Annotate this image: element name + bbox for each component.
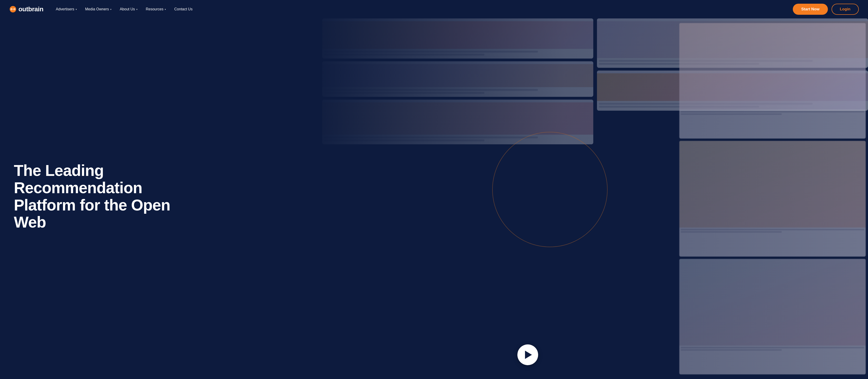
svg-point-4 xyxy=(14,9,15,10)
play-button[interactable] xyxy=(517,344,538,365)
outbrain-logo-icon xyxy=(9,5,17,13)
nav-item-advertisers[interactable]: Advertisers ▾ xyxy=(53,5,80,13)
chevron-down-icon: ▾ xyxy=(110,8,112,10)
nav-label-resources: Resources xyxy=(146,7,163,11)
svg-point-3 xyxy=(11,9,12,10)
nav-actions: Start Now Login xyxy=(793,4,859,15)
chevron-down-icon: ▾ xyxy=(136,8,137,10)
login-button[interactable]: Login xyxy=(832,4,859,15)
nav-item-about-us[interactable]: About Us ▾ xyxy=(117,5,141,13)
hero-title: The Leading Recommendation Platform for … xyxy=(14,162,175,231)
nav-label-media-owners: Media Owners xyxy=(85,7,109,11)
chevron-down-icon: ▾ xyxy=(165,8,166,10)
nav-label-contact-us: Contact Us xyxy=(174,7,192,11)
nav-label-advertisers: Advertisers xyxy=(56,7,74,11)
nav-item-resources[interactable]: Resources ▾ xyxy=(143,5,169,13)
chevron-down-icon: ▾ xyxy=(76,8,77,10)
hero-section: The Leading Recommendation Platform for … xyxy=(0,0,868,379)
start-now-button[interactable]: Start Now xyxy=(793,4,828,15)
logo-link[interactable]: outbrain xyxy=(9,5,43,13)
nav-item-media-owners[interactable]: Media Owners ▾ xyxy=(82,5,115,13)
nav-links: Advertisers ▾ Media Owners ▾ About Us ▾ … xyxy=(53,5,793,13)
nav-item-contact-us[interactable]: Contact Us xyxy=(171,5,196,13)
hero-content: The Leading Recommendation Platform for … xyxy=(14,162,175,231)
navbar: outbrain Advertisers ▾ Media Owners ▾ Ab… xyxy=(0,0,868,19)
logo-text: outbrain xyxy=(19,5,43,13)
nav-label-about-us: About Us xyxy=(120,7,135,11)
